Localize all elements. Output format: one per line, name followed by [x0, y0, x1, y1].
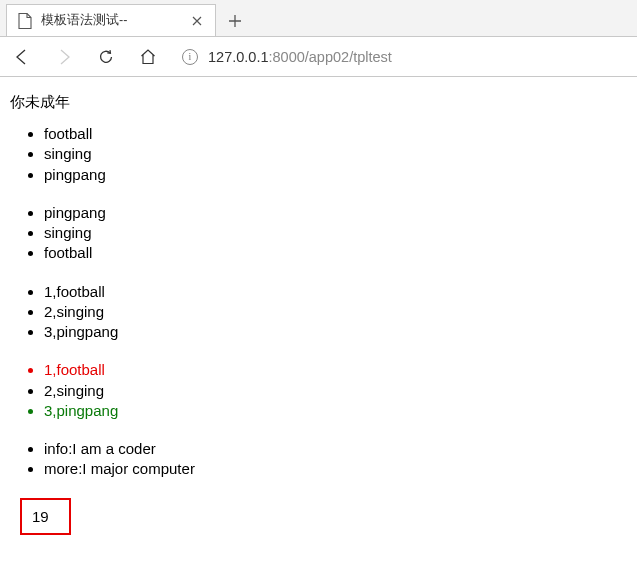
- list-item: 3,pingpang: [44, 322, 627, 342]
- url-text: 127.0.0.1:8000/app02/tpltest: [208, 49, 392, 65]
- url-port: :8000: [268, 49, 304, 65]
- page-content: 你未成年 football singing pingpang pingpang …: [0, 77, 637, 545]
- list-4: 1,football 2,singing 3,pingpang: [10, 360, 627, 421]
- list-5: info:I am a coder more:I major computer: [10, 439, 627, 480]
- list-item: singing: [44, 144, 627, 164]
- list-1: football singing pingpang: [10, 124, 627, 185]
- toolbar: i 127.0.0.1:8000/app02/tpltest: [0, 36, 637, 76]
- browser-chrome: 模板语法测试-- i 127.0.0.1:8000/app02/tpltest: [0, 0, 637, 77]
- home-button[interactable]: [134, 43, 162, 71]
- list-3: 1,football 2,singing 3,pingpang: [10, 282, 627, 343]
- back-button[interactable]: [8, 43, 36, 71]
- list-item: 1,football: [44, 282, 627, 302]
- list-item: pingpang: [44, 203, 627, 223]
- highlight-box: 19: [20, 498, 71, 535]
- refresh-button[interactable]: [92, 43, 120, 71]
- list-item: singing: [44, 223, 627, 243]
- site-info-icon[interactable]: i: [182, 49, 198, 65]
- list-item: 2,singing: [44, 381, 627, 401]
- forward-button[interactable]: [50, 43, 78, 71]
- list-item: 3,pingpang: [44, 401, 627, 421]
- address-bar[interactable]: i 127.0.0.1:8000/app02/tpltest: [176, 49, 629, 65]
- close-icon[interactable]: [189, 13, 205, 29]
- tab-bar: 模板语法测试--: [0, 0, 637, 36]
- list-item: info:I am a coder: [44, 439, 627, 459]
- tab-title: 模板语法测试--: [41, 12, 181, 29]
- list-2: pingpang singing football: [10, 203, 627, 264]
- status-text: 你未成年: [10, 93, 627, 112]
- list-item: football: [44, 124, 627, 144]
- list-item: football: [44, 243, 627, 263]
- list-item: 2,singing: [44, 302, 627, 322]
- list-item: more:I major computer: [44, 459, 627, 479]
- list-item: 1,football: [44, 360, 627, 380]
- list-item: pingpang: [44, 165, 627, 185]
- page-icon: [17, 13, 33, 29]
- url-path: /app02/tpltest: [305, 49, 392, 65]
- browser-tab[interactable]: 模板语法测试--: [6, 4, 216, 36]
- url-host: 127.0.0.1: [208, 49, 268, 65]
- new-tab-button[interactable]: [220, 6, 250, 36]
- highlight-value: 19: [32, 508, 49, 525]
